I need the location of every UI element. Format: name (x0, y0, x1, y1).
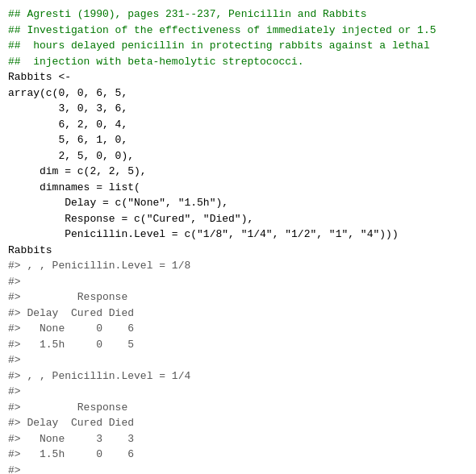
code-line: #> (8, 385, 21, 397)
code-line: 5, 6, 1, 0, (8, 134, 127, 146)
code-line: #> Response (8, 401, 127, 414)
code-line: Penicillin.Level = c("1/8", "1/4", "1/2"… (8, 228, 399, 240)
code-line: #> Delay Cured Died (8, 417, 134, 429)
code-line: #> None 3 3 (8, 433, 134, 445)
code-line: dim = c(2, 2, 5), (8, 165, 147, 177)
code-line: Response = c("Cured", "Died"), (8, 213, 253, 225)
code-line: Rabbits (8, 244, 52, 256)
code-container: ## Agresti (1990), pages 231--237, Penic… (8, 6, 468, 474)
code-line: dimnames = list( (8, 181, 140, 193)
code-line: ## injection with beta-hemolytic strepto… (8, 56, 304, 68)
code-line: Rabbits <- (8, 71, 71, 83)
code-line: Delay = c("None", "1.5h"), (8, 197, 228, 209)
code-line: #> Delay Cured Died (8, 307, 134, 319)
code-line: #> (8, 354, 21, 366)
code-line: 6, 2, 0, 4, (8, 118, 127, 131)
code-line: 2, 5, 0, 0), (8, 150, 134, 162)
code-line: #> None 0 6 (8, 322, 134, 335)
code-line: #> Response (8, 291, 127, 303)
code-line: ## Agresti (1990), pages 231--237, Penic… (8, 8, 367, 20)
code-line: #> (8, 464, 21, 475)
code-line: #> (8, 276, 21, 288)
code-line: #> 1.5h 0 5 (8, 339, 134, 351)
code-line: 3, 0, 3, 6, (8, 102, 127, 114)
code-line: ## hours delayed penicillin in protectin… (8, 40, 430, 52)
code-line: array(c(0, 0, 6, 5, (8, 87, 127, 99)
code-line: ## Investigation of the effectiveness of… (8, 24, 436, 36)
code-line: #> , , Penicillin.Level = 1/8 (8, 260, 190, 272)
code-line: #> 1.5h 0 6 (8, 448, 134, 460)
code-line: #> , , Penicillin.Level = 1/4 (8, 370, 190, 382)
